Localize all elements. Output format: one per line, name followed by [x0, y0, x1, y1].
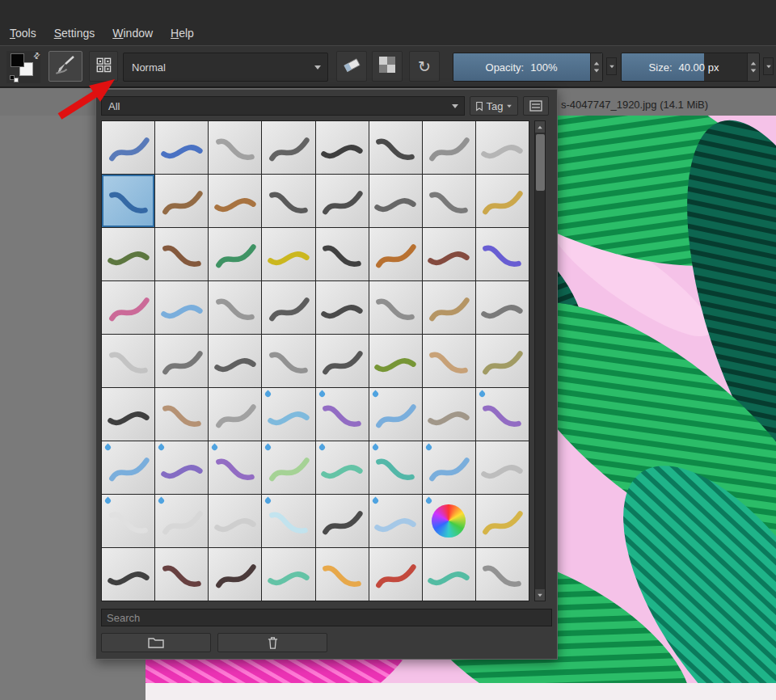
brush-preset[interactable]	[155, 548, 208, 601]
brush-preset[interactable]	[476, 228, 529, 280]
brush-preset[interactable]	[155, 281, 208, 334]
brush-preset[interactable]	[209, 441, 261, 494]
brush-preset[interactable]	[476, 495, 529, 547]
eraser-mode-button[interactable]	[336, 51, 367, 82]
preset-search-input[interactable]	[101, 609, 552, 626]
brush-preset[interactable]	[423, 335, 475, 387]
brush-preset[interactable]	[369, 548, 422, 601]
brush-preset[interactable]	[102, 441, 154, 494]
brush-preset[interactable]	[102, 335, 154, 387]
brush-preset-grid[interactable]	[101, 120, 529, 601]
delete-resource-button[interactable]	[217, 633, 327, 652]
brush-preset[interactable]	[262, 495, 314, 547]
preset-grid-scrollbar[interactable]	[534, 120, 546, 601]
brush-preset[interactable]	[102, 175, 154, 227]
brush-preset[interactable]	[262, 388, 314, 441]
brush-preset[interactable]	[423, 228, 475, 280]
brush-preset[interactable]	[476, 281, 529, 334]
import-resources-button[interactable]	[101, 633, 211, 652]
brush-preset[interactable]	[423, 175, 475, 227]
spin-down-icon[interactable]	[751, 70, 756, 73]
brush-preset[interactable]	[262, 548, 314, 601]
brush-preset[interactable]	[209, 281, 261, 334]
brush-preset[interactable]	[262, 175, 314, 227]
brush-preset[interactable]	[369, 175, 422, 227]
scroll-down-button[interactable]	[535, 589, 545, 601]
brush-preset[interactable]	[155, 175, 208, 227]
brush-preset[interactable]	[476, 548, 529, 601]
brush-preset[interactable]	[423, 121, 475, 174]
spin-down-icon[interactable]	[594, 70, 599, 73]
brush-preset[interactable]	[209, 228, 261, 280]
brush-preset[interactable]	[316, 495, 369, 547]
brush-preset[interactable]	[476, 388, 529, 441]
brush-preset[interactable]	[423, 548, 475, 601]
brush-preset[interactable]	[209, 335, 261, 387]
menu-item-tools[interactable]: Tools	[10, 27, 36, 40]
scrollbar-thumb[interactable]	[536, 134, 545, 191]
brush-preset[interactable]	[423, 495, 475, 547]
menu-item-help[interactable]: Help	[171, 27, 194, 40]
preset-filter-dropdown[interactable]: All	[101, 96, 465, 116]
brush-preset[interactable]	[369, 228, 422, 280]
display-settings-button[interactable]	[523, 96, 549, 116]
foreground-color-swatch[interactable]	[11, 53, 24, 67]
brush-preset[interactable]	[423, 388, 475, 441]
brush-preset[interactable]	[155, 228, 208, 280]
brush-preset[interactable]	[209, 548, 261, 601]
brush-preset[interactable]	[209, 175, 261, 227]
brush-preset[interactable]	[155, 388, 208, 441]
brush-preset[interactable]	[369, 281, 422, 334]
tag-button[interactable]: Tag	[470, 96, 518, 116]
spin-up-icon[interactable]	[594, 62, 599, 65]
freehand-brush-tool-button[interactable]	[48, 51, 82, 82]
swap-colors-icon[interactable]: ⇄	[31, 50, 42, 61]
brush-preset[interactable]	[316, 548, 369, 601]
brush-preset[interactable]	[316, 441, 369, 494]
brush-preset[interactable]	[423, 281, 475, 334]
opacity-options-dropdown[interactable]	[606, 57, 617, 75]
brush-preset[interactable]	[369, 495, 422, 547]
brush-preset[interactable]	[476, 175, 529, 227]
brush-preset[interactable]	[102, 281, 154, 334]
brush-preset[interactable]	[209, 388, 261, 441]
brush-preset[interactable]	[155, 441, 208, 494]
brush-preset[interactable]	[262, 335, 314, 387]
brush-preset[interactable]	[369, 121, 422, 174]
brush-preset[interactable]	[316, 228, 369, 280]
spin-up-icon[interactable]	[751, 62, 756, 65]
brush-size-slider[interactable]: Size: 40.00 px	[621, 53, 760, 82]
brush-preset[interactable]	[476, 121, 529, 174]
brush-preset[interactable]	[476, 441, 529, 494]
size-options-dropdown[interactable]	[763, 57, 774, 75]
brush-preset[interactable]	[102, 495, 154, 547]
brush-preset[interactable]	[423, 441, 475, 494]
brush-preset[interactable]	[316, 281, 369, 334]
brush-preset[interactable]	[209, 495, 261, 547]
brush-preset[interactable]	[102, 121, 154, 174]
opacity-spinner[interactable]	[590, 53, 602, 81]
brush-preset[interactable]	[316, 121, 369, 174]
preserve-alpha-button[interactable]	[372, 51, 403, 82]
brush-preset[interactable]	[102, 388, 154, 441]
brush-preset[interactable]	[155, 121, 208, 174]
brush-preset[interactable]	[155, 495, 208, 547]
brush-preset[interactable]	[262, 281, 314, 334]
brush-preset[interactable]	[369, 388, 422, 441]
brush-preset[interactable]	[476, 335, 529, 387]
brush-preset[interactable]	[155, 335, 208, 387]
brush-preset[interactable]	[262, 228, 314, 280]
brush-preset[interactable]	[262, 121, 314, 174]
brush-preset[interactable]	[262, 441, 314, 494]
brush-preset[interactable]	[316, 388, 369, 441]
brush-preset[interactable]	[209, 121, 261, 174]
reload-original-preset-button[interactable]: ↻	[409, 51, 440, 82]
brush-preset[interactable]	[369, 441, 422, 494]
blending-mode-dropdown[interactable]: Normal	[123, 53, 328, 82]
size-spinner[interactable]	[747, 53, 759, 81]
foreground-background-color-selector[interactable]: ⇄	[6, 51, 40, 83]
brush-preset[interactable]	[102, 548, 154, 601]
brush-preset[interactable]	[316, 175, 369, 227]
brush-preset[interactable]	[102, 228, 154, 280]
menu-item-window[interactable]: Window	[112, 27, 153, 40]
